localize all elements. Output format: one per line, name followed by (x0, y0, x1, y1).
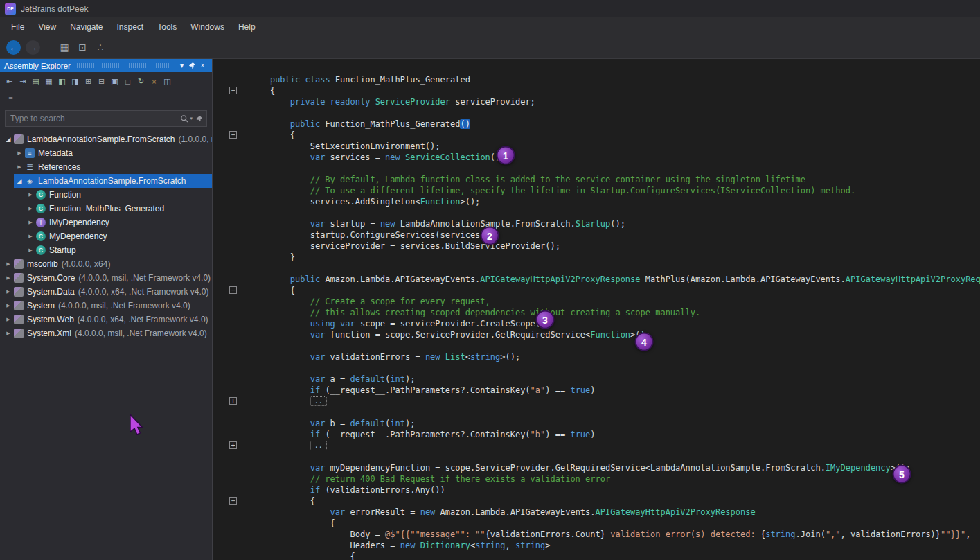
tree-item-mscorlib[interactable]: ▶mscorlib(4.0.0.0, x64) (0, 257, 212, 271)
menu-inspect[interactable]: Inspect (110, 19, 151, 35)
tree-item-system[interactable]: ▶System(4.0.0.0, msil, .Net Framework v4… (0, 299, 212, 313)
chevron-down-icon[interactable]: ▾ (177, 62, 187, 69)
assemblies-grid-icon[interactable]: ▦ (57, 42, 72, 53)
titlebar: DP JetBrains dotPeek (0, 0, 980, 17)
tree-item-metadata[interactable]: ▶≡Metadata (0, 146, 212, 160)
list-options-icon[interactable]: ≡ (5, 93, 17, 105)
menu-tools[interactable]: Tools (150, 19, 184, 35)
code-line: var startup = new LambdaAnnotationSample… (229, 218, 980, 229)
tree-item-label: System.Xml (27, 329, 71, 338)
expand-arrow-icon[interactable]: ▶ (3, 275, 13, 281)
export-icon[interactable]: ⇥ (17, 76, 28, 87)
fold-expand-icon[interactable]: + (229, 397, 237, 405)
panel-title: Assembly Explorer (4, 62, 71, 70)
gutter-cell (229, 163, 240, 174)
show-metadata-icon[interactable]: ▤ (30, 76, 42, 87)
pin-icon[interactable] (187, 62, 197, 69)
duplicate-icon[interactable]: ◫ (161, 76, 173, 87)
fold-collapse-icon[interactable]: − (229, 286, 237, 294)
code-line: if (validationErrors.Any()) (229, 484, 980, 496)
gutter-cell (229, 274, 240, 285)
tree-item-label: References (38, 162, 80, 172)
tree-item-detail: (4.0.0.0, msil, .Net Framework v4.0) (58, 301, 190, 310)
search-input[interactable] (9, 113, 177, 124)
expand-arrow-icon[interactable]: ▶ (3, 289, 13, 295)
properties-icon[interactable]: ▣ (109, 76, 121, 87)
collapse-all-icon[interactable]: ⊟ (96, 76, 107, 87)
assembly-explorer-header[interactable]: Assembly Explorer ▾ × (0, 59, 212, 72)
expand-arrow-icon[interactable]: ▶ (3, 331, 13, 336)
code-line: + .. (229, 396, 980, 407)
open-window-icon[interactable]: ⊡ (75, 42, 90, 53)
expand-arrow-icon[interactable]: ▶ (3, 317, 13, 322)
tree-item-function[interactable]: ▶CFunction (0, 188, 212, 202)
gutter-cell (229, 340, 240, 351)
split-left-icon[interactable]: ◧ (56, 76, 68, 87)
process-explorer-icon[interactable]: ∴ (93, 42, 108, 53)
tree-item-detail: (4.0.0.0, msil, .Net Framework v4.0) (75, 329, 207, 338)
class-icon: C (36, 245, 46, 255)
expand-arrow-icon[interactable]: ▶ (26, 206, 35, 211)
expand-arrow-icon[interactable]: ▶ (3, 261, 13, 267)
gutter-cell (229, 141, 240, 152)
code-line: public Amazon.Lambda.APIGatewayEvents.AP… (229, 274, 980, 285)
gutter-cell (229, 318, 240, 329)
expand-arrow-icon[interactable]: ▶ (15, 164, 24, 170)
back-button[interactable]: ← (6, 40, 21, 55)
tree-item-label: Startup (49, 245, 76, 255)
tree-item-system-data[interactable]: ▶System.Data(4.0.0.0, x64, .Net Framewor… (0, 285, 212, 299)
close-icon[interactable]: × (197, 62, 208, 69)
tree-item-lambdaannotationsample-fromscratch[interactable]: ◢LambdaAnnotationSample.FromScratch(1.0.… (0, 132, 212, 146)
menu-file[interactable]: File (4, 19, 31, 35)
expand-arrow-icon[interactable]: ▶ (26, 234, 35, 239)
gutter-cell: − (229, 85, 240, 96)
show-grid-icon[interactable]: ▦ (43, 76, 55, 87)
open-assembly-icon[interactable]: ⇤ (3, 76, 15, 87)
class-icon: C (36, 204, 46, 213)
expand-arrow-icon[interactable]: ▶ (26, 220, 35, 225)
expand-arrow-icon[interactable]: ▶ (3, 303, 13, 308)
refresh-icon[interactable]: ↻ (135, 76, 147, 87)
tree-item-references[interactable]: ▶≣References (0, 160, 212, 174)
tree-item-label: Metadata (38, 148, 73, 158)
frame-icon[interactable]: □ (122, 76, 134, 87)
menu-navigate[interactable]: Navigate (63, 19, 109, 35)
expand-all-icon[interactable]: ⊞ (82, 76, 94, 87)
search-pin-icon[interactable] (195, 115, 203, 123)
fold-collapse-icon[interactable]: − (229, 497, 237, 505)
tree-item-lambdaannotationsample-fromscratch[interactable]: ◢◈LambdaAnnotationSample.FromScratch (0, 174, 212, 188)
forward-button[interactable]: → (26, 40, 40, 55)
toolbar-icon-group: ▦⊡∴ (57, 42, 108, 53)
tree-item-startup[interactable]: ▶CStartup (0, 243, 212, 257)
code-line: { (229, 551, 980, 560)
search-icon[interactable]: ▾ (180, 114, 193, 123)
gutter-cell (229, 351, 240, 362)
fold-collapse-icon[interactable]: − (229, 131, 237, 139)
code-line: Headers = new Dictionary<string, string> (229, 540, 980, 551)
remove-assembly-icon[interactable]: × (148, 76, 160, 87)
expand-arrow-icon[interactable]: ▶ (26, 247, 35, 253)
code-editor[interactable]: public class Function_MathPlus_Generated… (213, 59, 980, 560)
collapse-arrow-icon[interactable]: ◢ (3, 136, 13, 143)
menu-windows[interactable]: Windows (184, 19, 231, 35)
tree-item-imydependency[interactable]: ▶IIMyDependency (0, 216, 212, 229)
fold-expand-icon[interactable]: + (229, 441, 237, 449)
expand-arrow-icon[interactable]: ▶ (26, 192, 35, 198)
drag-handle[interactable] (77, 63, 170, 68)
menu-help[interactable]: Help (231, 19, 262, 35)
tree-item-system-web[interactable]: ▶System.Web(4.0.0.0, x64, .Net Framework… (0, 313, 212, 326)
collapse-arrow-icon[interactable]: ◢ (15, 177, 24, 184)
gutter-cell (229, 252, 240, 263)
expand-arrow-icon[interactable]: ▶ (15, 150, 24, 156)
fold-collapse-icon[interactable]: − (229, 87, 237, 94)
assembly-icon (14, 134, 24, 144)
code-line: using var scope = serviceProvider.Create… (229, 318, 980, 329)
split-right-icon[interactable]: ◨ (69, 76, 81, 87)
tree-item-system-core[interactable]: ▶System.Core(4.0.0.0, msil, .Net Framewo… (0, 271, 212, 285)
tree-item-system-xml[interactable]: ▶System.Xml(4.0.0.0, msil, .Net Framewor… (0, 326, 212, 340)
tree-item-function-mathplus-generated[interactable]: ▶CFunction_MathPlus_Generated (0, 202, 212, 216)
code-line: { (229, 518, 980, 529)
gutter-cell (229, 240, 240, 252)
menu-view[interactable]: View (31, 19, 63, 35)
tree-item-mydependency[interactable]: ▶CMyDependency (0, 229, 212, 243)
